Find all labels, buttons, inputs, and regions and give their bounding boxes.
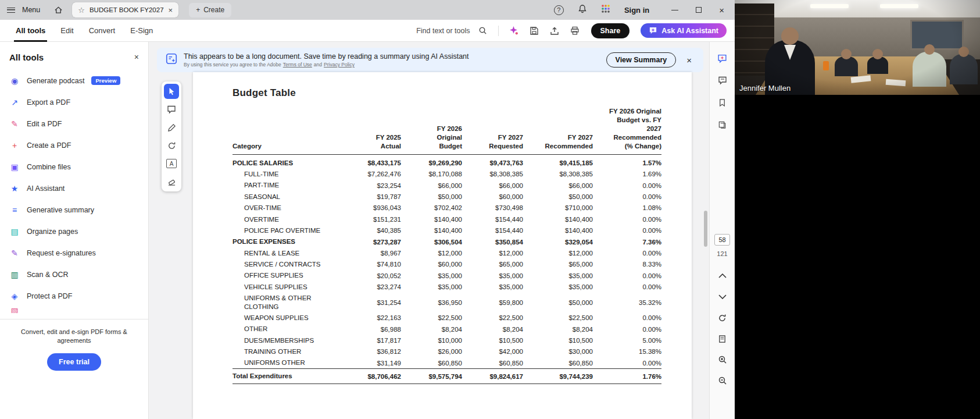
- comments-panel-icon[interactable]: [716, 73, 729, 87]
- banner-message: This appears to be a long document. Save…: [184, 52, 469, 61]
- text-recognition-tool[interactable]: A: [164, 156, 179, 171]
- sidebar-footer-text: Convert, edit and e-sign PDF forms & agr…: [17, 328, 131, 345]
- tool-label: Protect a PDF: [27, 292, 73, 300]
- total-label: Total Expenditures: [233, 369, 349, 384]
- free-trial-button[interactable]: Free trial: [47, 353, 101, 371]
- tool-icon: ▧: [9, 307, 20, 313]
- favorite-star-icon[interactable]: ☆: [78, 6, 85, 15]
- notifications-bell-icon[interactable]: [578, 4, 587, 16]
- row-value: 0.00%: [593, 180, 661, 191]
- row-value: $50,000: [523, 293, 593, 313]
- scrollbar-thumb[interactable]: [704, 211, 707, 247]
- dismiss-banner-icon[interactable]: ×: [686, 55, 692, 65]
- page-title: Budget Table: [233, 87, 692, 99]
- table-row: DUES/MEMBERSHIPS$17,817$10,000$10,500$10…: [233, 335, 661, 346]
- terms-of-use-link[interactable]: Terms of Use: [283, 62, 312, 68]
- sidebar-item-generate-podcast[interactable]: ◉Generate podcastPreview: [5, 70, 144, 91]
- close-panel-icon[interactable]: ×: [134, 52, 139, 62]
- row-category: OVER-TIME: [233, 203, 349, 214]
- find-text-label[interactable]: Find text or tools: [416, 27, 470, 35]
- tool-list: ◉Generate podcastPreview↗Export a PDF✎Ed…: [0, 69, 148, 313]
- upload-icon[interactable]: [547, 23, 562, 38]
- row-value: $31,149: [349, 357, 401, 369]
- attachments-panel-icon[interactable]: [716, 118, 729, 132]
- shape-arrow-tool[interactable]: [164, 138, 179, 153]
- all-tools-panel: All tools × ◉Generate podcastPreview↗Exp…: [0, 42, 149, 419]
- ai-assistant-icon: ★: [9, 184, 20, 193]
- refresh-icon[interactable]: [716, 311, 729, 325]
- view-summary-button[interactable]: View Summary: [606, 52, 677, 68]
- share-button[interactable]: Share: [591, 23, 630, 38]
- save-icon[interactable]: [527, 23, 542, 38]
- ai-assistant-panel-icon[interactable]: [716, 51, 729, 65]
- tool-label: Generative summary: [27, 206, 94, 214]
- window-close-button[interactable]: ×: [719, 6, 724, 15]
- signature-tool[interactable]: [164, 174, 179, 189]
- sidebar-item-generative-summary[interactable]: ≡Generative summary: [5, 199, 144, 221]
- tab-edit[interactable]: Edit: [53, 20, 81, 42]
- sidebar-item-create-a-pdf[interactable]: +Create a PDF: [5, 134, 144, 156]
- sidebar-item-partial[interactable]: ▧: [5, 307, 144, 313]
- ask-ai-assistant-button[interactable]: Ask AI Assistant: [641, 23, 727, 38]
- window-minimize-button[interactable]: [671, 10, 678, 10]
- sidebar-item-protect-a-pdf[interactable]: ◈Protect a PDF: [5, 285, 144, 307]
- apps-grid-icon[interactable]: [601, 4, 610, 16]
- sidebar-item-ai-assistant[interactable]: ★AI Assistant: [5, 177, 144, 199]
- tab-e-sign[interactable]: E-Sign: [123, 20, 160, 42]
- screen: Menu ☆ BUDGET BOOK FY2027 × + Create ?: [0, 0, 980, 419]
- create-tab[interactable]: + Create: [189, 3, 231, 17]
- sign-in-button[interactable]: Sign in: [624, 6, 649, 15]
- row-category: PART-TIME: [233, 180, 349, 191]
- row-value: $6,988: [349, 324, 401, 335]
- row-value: $140,400: [401, 225, 462, 236]
- row-value: $20,052: [349, 270, 401, 281]
- row-value: $22,163: [349, 312, 401, 323]
- home-icon[interactable]: [54, 6, 63, 15]
- table-row: POLICE SALARIES$8,433,175$9,269,290$9,47…: [233, 154, 661, 168]
- privacy-policy-link[interactable]: Privacy Policy: [324, 62, 355, 68]
- row-value: $30,000: [523, 346, 593, 357]
- previous-page-icon[interactable]: [716, 269, 729, 283]
- row-value: $350,854: [462, 236, 523, 247]
- sidebar-item-request-e-signatures[interactable]: ✎Request e-signatures: [5, 242, 144, 264]
- tab-convert[interactable]: Convert: [81, 20, 123, 42]
- pdf-page: Budget Table CategoryFY 2025 ActualFY 20…: [193, 72, 692, 419]
- comment-tool[interactable]: [164, 102, 179, 117]
- menu-icon[interactable]: [7, 8, 15, 13]
- sidebar-item-organize-pages[interactable]: ▤Organize pages: [5, 221, 144, 242]
- participant-name-label: Jennifer Mullen: [739, 84, 791, 93]
- bookmarks-panel-icon[interactable]: [716, 95, 729, 109]
- row-category: UNIFORMS & OTHER CLOTHING: [233, 293, 349, 313]
- sidebar-item-scan-ocr[interactable]: ▥Scan & OCR: [5, 264, 144, 285]
- tab-all-tools[interactable]: All tools: [8, 20, 53, 42]
- document-tab[interactable]: ☆ BUDGET BOOK FY2027 ×: [72, 2, 178, 17]
- row-value: $40,385: [349, 225, 401, 236]
- sidebar-item-combine-files[interactable]: ▣Combine files: [5, 156, 144, 177]
- close-tab-icon[interactable]: ×: [169, 6, 173, 15]
- next-page-icon[interactable]: [716, 290, 729, 304]
- generative-ai-icon[interactable]: [506, 23, 521, 38]
- zoom-in-icon[interactable]: [716, 353, 729, 367]
- total-value: $9,575,794: [401, 369, 462, 384]
- window-maximize-button[interactable]: [696, 7, 702, 13]
- help-icon[interactable]: ?: [554, 5, 564, 15]
- menu-label[interactable]: Menu: [22, 6, 40, 14]
- draw-tool[interactable]: [164, 120, 179, 135]
- search-icon[interactable]: [475, 23, 491, 38]
- vertical-scrollbar[interactable]: [703, 42, 708, 419]
- ai-summary-banner: This appears to be a long document. Save…: [157, 48, 703, 72]
- row-category: SEASONAL: [233, 191, 349, 202]
- current-page-box[interactable]: 58: [714, 234, 730, 246]
- column-header: Category: [233, 107, 349, 154]
- row-value: $66,000: [401, 180, 462, 191]
- sidebar-item-edit-a-pdf[interactable]: ✎Edit a PDF: [5, 113, 144, 134]
- row-value: 0.00%: [593, 312, 661, 323]
- zoom-out-icon[interactable]: [716, 374, 729, 388]
- print-icon[interactable]: [567, 23, 582, 38]
- sidebar-item-export-a-pdf[interactable]: ↗Export a PDF: [5, 91, 144, 113]
- page-view-icon[interactable]: [716, 332, 729, 346]
- row-value: $730,498: [462, 203, 523, 214]
- select-tool[interactable]: [164, 84, 179, 99]
- row-value: $702,402: [401, 203, 462, 214]
- total-value: $8,706,462: [349, 369, 401, 384]
